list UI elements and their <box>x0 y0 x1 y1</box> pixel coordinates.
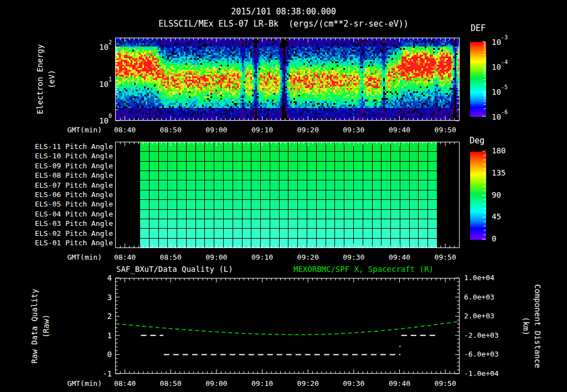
gmt-axis-label-top: GMT(min) <box>49 126 102 134</box>
time-tick-label-bottom: 09:50 <box>431 379 460 388</box>
pitch-row-els-01 <box>140 239 437 247</box>
def-tick-label: 10-5 <box>492 86 508 96</box>
pitch-row-els-02 <box>140 229 437 238</box>
instrument-title: ELSSCIL/MEx ELS-07 LR-Bk <box>158 19 279 29</box>
pitch-row-els-11 <box>140 142 437 152</box>
pitch-row-els-10 <box>140 152 437 161</box>
time-tick-label-top: 09:10 <box>248 126 277 134</box>
pitch-row-label: ELS-06 Pitch Angle <box>0 190 113 199</box>
deg-tick-label: 45 <box>492 212 501 221</box>
time-tick-label-bottom: 09:20 <box>293 379 322 388</box>
time-tick-label-bottom: 08:50 <box>156 379 185 388</box>
plot-datetime: 2015/101 08:38:00.000 <box>0 7 567 17</box>
pitch-row-label: ELS-10 Pitch Angle <box>0 152 113 160</box>
time-tick-label-bottom: 09:30 <box>339 379 368 388</box>
data-quality-panel <box>115 278 460 374</box>
deg-colorbar <box>470 151 487 240</box>
time-tick-label-middle: 09:20 <box>293 253 322 261</box>
distance-label-line2: (km) <box>520 284 532 368</box>
time-tick-label-bottom: 09:00 <box>202 379 231 388</box>
pitch-angle-panel <box>115 142 460 248</box>
pitch-row-els-09 <box>140 162 437 171</box>
quality-tick-label: 3 <box>93 293 112 302</box>
time-tick-label-middle: 09:00 <box>202 253 231 261</box>
time-tick-label-top: 08:40 <box>111 126 140 134</box>
y-axis-label-line2: (eV) <box>46 44 58 114</box>
quality-label-line1: Raw Data Quality <box>29 289 40 364</box>
energy-tick-label: 102 <box>92 42 112 51</box>
quality-tick-label: 4 <box>93 274 112 282</box>
def-colorbar <box>470 42 487 117</box>
distance-tick-label: 2.0e+03 <box>464 312 494 320</box>
pitch-angle-grid <box>140 142 437 247</box>
electron-spectrogram-canvas <box>116 38 459 120</box>
gmt-axis-label-middle: GMT(min) <box>49 253 102 261</box>
distance-tick-label: -6.0e+03 <box>464 350 499 358</box>
time-tick-label-top: 09:20 <box>293 126 322 134</box>
deg-tick-label: 90 <box>492 190 501 199</box>
distance-tick-label: -1.0e+04 <box>464 369 499 378</box>
deg-tick-label: 180 <box>492 146 506 155</box>
pitch-row-label: ELS-08 Pitch Angle <box>0 171 113 179</box>
pitch-row-els-06 <box>140 190 437 200</box>
pitch-row-label: ELS-04 Pitch Angle <box>0 210 113 218</box>
gmt-axis-label-bottom: GMT(min) <box>49 379 102 388</box>
time-tick-label-top: 09:30 <box>339 126 368 134</box>
bottom-left-series-title: SAF_BXuT/Data Quality (L) <box>116 265 233 274</box>
pitch-row-els-04 <box>140 210 437 219</box>
distance-label-line1: Component Distance <box>532 284 543 368</box>
time-tick-label-top: 09:00 <box>202 126 231 134</box>
time-tick-label-middle: 09:10 <box>248 253 277 261</box>
pitch-row-label: ELS-07 Pitch Angle <box>0 181 113 189</box>
def-tick-label: 10-4 <box>492 61 508 71</box>
deg-tick-label: 0 <box>492 234 496 243</box>
time-tick-label-bottom: 09:40 <box>385 379 414 388</box>
energy-tick-label: 100 <box>92 115 112 125</box>
deg-tick-label: 135 <box>492 168 506 177</box>
time-tick-label-bottom: 09:10 <box>248 379 277 388</box>
time-tick-label-middle: 08:50 <box>156 253 185 261</box>
pitch-row-label: ELS-01 Pitch Angle <box>0 239 113 247</box>
time-tick-label-top: 09:40 <box>385 126 414 134</box>
pitch-row-els-08 <box>140 171 437 180</box>
quality-tick-label: 2 <box>93 312 112 321</box>
time-tick-label-middle: 09:40 <box>385 253 414 261</box>
pitch-row-label: ELS-02 Pitch Angle <box>0 229 113 238</box>
time-tick-label-bottom: 08:40 <box>111 379 140 388</box>
def-tick-label: 10-6 <box>492 111 508 121</box>
units-label: (ergs/(cm**2-sr-sec-eV)) <box>288 19 409 29</box>
time-tick-label-middle: 09:30 <box>339 253 368 261</box>
quality-tick-label: 1 <box>93 331 112 340</box>
pitch-row-els-07 <box>140 180 437 190</box>
pitch-row-label: ELS-11 Pitch Angle <box>0 142 113 151</box>
distance-tick-label: -2.0e+03 <box>464 331 499 339</box>
time-tick-label-middle: 08:40 <box>111 253 140 261</box>
time-tick-label-top: 08:50 <box>156 126 185 134</box>
pitch-row-label: ELS-03 Pitch Angle <box>0 219 113 228</box>
quality-tick-label: -1 <box>93 369 112 378</box>
pitch-row-label: ELS-09 Pitch Angle <box>0 162 113 170</box>
deg-colorbar-title: Deg <box>470 136 484 146</box>
quality-label-line2: (Raw) <box>40 289 52 364</box>
distance-tick-label: 6.0e+03 <box>464 293 494 301</box>
time-tick-label-middle: 09:50 <box>431 253 460 261</box>
distance-tick-label: 1.0e+04 <box>464 274 494 282</box>
bottom-right-series-title: MEXORBMC/SPF X, Spacecraft (R) <box>293 265 434 274</box>
time-tick-label-top: 09:50 <box>431 126 460 134</box>
spectrogram-y-axis-label: Electron Energy(eV) <box>4 33 87 125</box>
pitch-row-els-05 <box>140 200 437 209</box>
quality-tick-label: 0 <box>93 350 112 359</box>
pitch-row-label: ELS-05 Pitch Angle <box>0 200 113 208</box>
y-axis-label-line1: Electron Energy <box>34 44 46 114</box>
electron-spectrogram-panel <box>115 38 460 121</box>
bottom-left-y-axis-label: Raw Data Quality(Raw) <box>4 280 76 373</box>
energy-tick-label: 101 <box>92 79 112 89</box>
def-tick-label: 10-3 <box>492 37 508 47</box>
pitch-row-els-03 <box>140 219 437 229</box>
bottom-right-y-axis-label: Component Distance(km) <box>496 277 567 375</box>
science-plot-page: 2015/101 08:38:00.000 ELSSCIL/MEx ELS-07… <box>0 0 567 392</box>
def-colorbar-title: DEF <box>471 23 486 33</box>
